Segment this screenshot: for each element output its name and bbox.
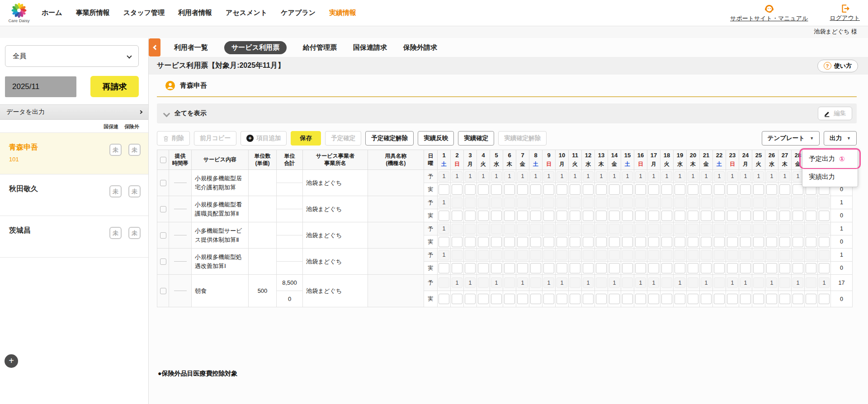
plan-day-value[interactable]: 1 — [543, 277, 554, 288]
actual-day-input[interactable] — [543, 237, 554, 247]
row-checkbox[interactable] — [160, 180, 166, 186]
plan-day-value[interactable] — [530, 224, 541, 234]
toolbar-button-保存[interactable]: 保存 — [291, 131, 321, 146]
plan-day-value[interactable] — [661, 250, 672, 260]
plan-day-value[interactable] — [779, 250, 790, 260]
show-all-expander[interactable]: 全てを表示 編集 — [157, 103, 857, 123]
actual-day-input[interactable] — [779, 294, 790, 304]
plan-day-value[interactable] — [596, 197, 607, 208]
plan-day-value[interactable]: 1 — [793, 277, 803, 288]
actual-day-input[interactable] — [701, 237, 712, 247]
plan-day-value[interactable] — [622, 197, 633, 208]
actual-day-input[interactable] — [583, 184, 594, 195]
actual-day-input[interactable] — [661, 294, 672, 304]
plan-day-value[interactable] — [570, 277, 580, 288]
plan-day-value[interactable]: 1 — [609, 277, 620, 288]
plan-day-value[interactable]: 1 — [727, 171, 738, 182]
actual-day-input[interactable] — [530, 294, 541, 304]
actual-day-input[interactable] — [766, 263, 777, 273]
actual-day-input[interactable] — [701, 184, 712, 195]
plan-day-value[interactable] — [701, 250, 712, 260]
actual-day-input[interactable] — [452, 294, 462, 304]
plan-day-value[interactable] — [714, 197, 725, 208]
actual-day-input[interactable] — [543, 263, 554, 273]
actual-day-input[interactable] — [740, 211, 751, 221]
actual-day-input[interactable] — [452, 184, 462, 195]
row-checkbox[interactable] — [160, 206, 166, 212]
plan-day-value[interactable]: 1 — [819, 277, 830, 288]
toolbar-button-実績確定解除[interactable]: 実績確定解除 — [498, 131, 547, 146]
plan-day-value[interactable] — [753, 224, 764, 234]
actual-day-input[interactable] — [609, 237, 620, 247]
actual-day-input[interactable] — [465, 184, 476, 195]
actual-day-input[interactable] — [793, 263, 803, 273]
plan-day-value[interactable]: 1 — [766, 277, 777, 288]
actual-day-input[interactable] — [675, 237, 685, 247]
plan-day-value[interactable] — [517, 197, 528, 208]
plan-day-value[interactable]: 1 — [648, 171, 659, 182]
plan-day-value[interactable]: 1 — [727, 277, 738, 288]
actual-day-input[interactable] — [530, 211, 541, 221]
plan-day-value[interactable] — [806, 250, 816, 260]
actual-day-input[interactable] — [819, 237, 830, 247]
plan-day-value[interactable]: 1 — [439, 171, 449, 182]
toolbar-button-項目追加[interactable]: +項目追加 — [241, 131, 287, 146]
actual-day-input[interactable] — [583, 263, 594, 273]
plan-day-value[interactable] — [465, 250, 476, 260]
plan-day-value[interactable]: 1 — [491, 171, 502, 182]
actual-day-input[interactable] — [491, 184, 502, 195]
care-daisy-logo[interactable]: Care Daisy — [6, 3, 32, 23]
nav-item-ケアプラン[interactable]: ケアプラン — [281, 9, 316, 17]
actual-day-input[interactable] — [517, 237, 528, 247]
plan-day-value[interactable] — [543, 250, 554, 260]
user-filter-select[interactable]: 全員 — [5, 45, 139, 67]
plan-day-value[interactable]: 1 — [740, 277, 751, 288]
row-checkbox[interactable] — [160, 258, 166, 265]
plan-day-value[interactable] — [714, 250, 725, 260]
help-button[interactable]: ? 使い方 — [817, 60, 858, 72]
actual-day-input[interactable] — [701, 263, 712, 273]
plan-day-value[interactable]: 1 — [648, 277, 659, 288]
logout-link[interactable]: ログアウト — [830, 4, 860, 22]
plan-day-value[interactable] — [727, 250, 738, 260]
plan-day-value[interactable] — [452, 197, 462, 208]
plan-day-value[interactable] — [688, 224, 698, 234]
menu-item-実績出力[interactable]: 実績出力 — [802, 168, 858, 185]
actual-day-input[interactable] — [779, 211, 790, 221]
actual-day-input[interactable] — [635, 211, 646, 221]
plan-day-value[interactable] — [819, 197, 830, 208]
actual-day-input[interactable] — [779, 237, 790, 247]
plan-day-value[interactable] — [452, 224, 462, 234]
plan-day-value[interactable] — [648, 224, 659, 234]
actual-day-input[interactable] — [648, 263, 659, 273]
actual-day-input[interactable] — [504, 184, 515, 195]
actual-day-input[interactable] — [635, 237, 646, 247]
plan-day-value[interactable] — [753, 250, 764, 260]
plan-day-value[interactable] — [740, 224, 751, 234]
actual-day-input[interactable] — [517, 211, 528, 221]
actual-day-input[interactable] — [570, 184, 580, 195]
actual-day-input[interactable] — [504, 211, 515, 221]
actual-day-input[interactable] — [793, 294, 803, 304]
actual-day-input[interactable] — [465, 211, 476, 221]
plan-day-value[interactable] — [740, 197, 751, 208]
actual-day-input[interactable] — [570, 294, 580, 304]
plan-day-value[interactable] — [661, 197, 672, 208]
plan-day-value[interactable] — [583, 224, 594, 234]
actual-day-input[interactable] — [727, 211, 738, 221]
plan-day-value[interactable] — [609, 250, 620, 260]
plan-day-value[interactable] — [583, 250, 594, 260]
user-list-item[interactable]: 秋田敬久未未 — [0, 174, 148, 216]
plan-day-value[interactable] — [478, 250, 489, 260]
plan-day-value[interactable] — [688, 277, 698, 288]
actual-day-input[interactable] — [714, 263, 725, 273]
actual-day-input[interactable] — [622, 211, 633, 221]
plan-day-value[interactable] — [557, 224, 567, 234]
nav-item-スタッフ管理[interactable]: スタッフ管理 — [123, 9, 165, 17]
actual-day-input[interactable] — [819, 263, 830, 273]
actual-day-input[interactable] — [452, 211, 462, 221]
actual-day-input[interactable] — [661, 237, 672, 247]
plan-day-value[interactable] — [543, 224, 554, 234]
plan-day-value[interactable] — [504, 224, 515, 234]
actual-day-input[interactable] — [583, 211, 594, 221]
